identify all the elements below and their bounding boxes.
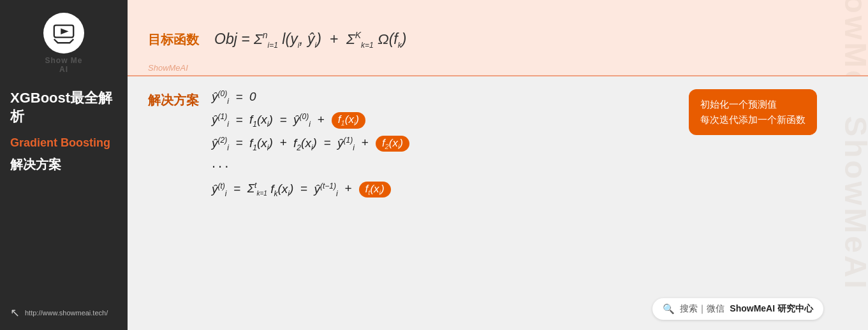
search-bar[interactable]: 🔍 搜索｜微信 ShowMeAI 研究中心	[652, 298, 823, 320]
annotation-bubble: 初始化一个预测值 每次迭代添加一个新函数	[689, 89, 817, 135]
logo-circle	[43, 13, 84, 54]
logo-text: Show Me AI	[45, 56, 82, 74]
sidebar-subtitle: Gradient Boosting	[10, 136, 117, 150]
logo-container: Show Me AI	[43, 13, 84, 74]
showmeai-watermark-top: ShowMeAI	[148, 63, 188, 73]
formula-line-0: ŷ(0)i = 0	[212, 89, 409, 106]
formula-line-t: ŷ(t)i = Σtk=1 fk(xi) = ŷ(t−1)i + ft(xi)	[212, 181, 409, 197]
objective-label: 目标函数	[148, 31, 199, 48]
objective-formula: Obj = Σni=1 l(yi, ŷi) + ΣKk=1 Ω(fk)	[214, 30, 406, 49]
solution-label: 解决方案	[148, 89, 199, 109]
sidebar-main-title: XGBoost最全解析	[10, 89, 117, 126]
sidebar-footer: ↖ http://www.showmeai.tech/	[0, 306, 128, 320]
cursor-icon: ↖	[10, 306, 20, 320]
search-icon: 🔍	[663, 303, 675, 315]
footer-url[interactable]: http://www.showmeai.tech/	[25, 309, 108, 317]
solution-section: 解决方案 ŷ(0)i = 0 ŷ(1)i = f1(xi) =	[128, 76, 868, 330]
logo-icon	[52, 21, 76, 45]
annotation-line1: 初始化一个预测值	[700, 97, 805, 112]
watermark-right: ShowMeAI	[836, 0, 868, 75]
formula-line-1: ŷ(1)i = f1(xi) = ŷ(0)i + f1(xi)	[212, 112, 409, 129]
annotation-line2: 每次迭代添加一个新函数	[700, 112, 805, 127]
sidebar: Show Me AI XGBoost最全解析 Gradient Boosting…	[0, 0, 128, 330]
main-content: 目标函数 Obj = Σni=1 l(yi, ŷi) + ΣKk=1 Ω(fk)…	[128, 0, 868, 330]
solution-formulas: ŷ(0)i = 0 ŷ(1)i = f1(xi) = ŷ(0)i +	[212, 89, 409, 198]
objective-section: 目标函数 Obj = Σni=1 l(yi, ŷi) + ΣKk=1 Ω(fk)…	[128, 0, 868, 76]
svg-marker-1	[61, 28, 68, 34]
sidebar-sub2: 解决方案	[10, 156, 117, 173]
highlight-ft: ft(xi)	[359, 182, 391, 197]
highlight-f2: f2(xi)	[376, 136, 409, 152]
search-brand: ShowMeAI 研究中心	[730, 303, 813, 315]
formula-line-2: ŷ(2)i = f1(xi) + f2(xi) = ŷ(1)i + f2(xi)	[212, 135, 409, 152]
search-text: 搜索｜微信	[680, 303, 725, 315]
highlight-f1: f1(xi)	[332, 112, 365, 128]
formula-dots: ···	[212, 158, 409, 175]
